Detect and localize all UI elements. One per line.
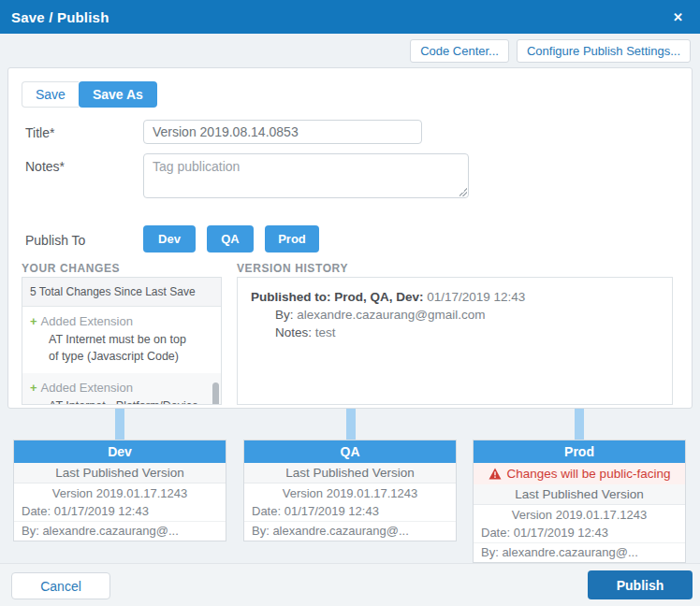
dev-date: Date: 01/17/2019 12:43 [14,502,226,521]
your-changes-list: 5 Total Changes Since Last Save +Added E… [22,277,222,405]
dev-connector-line [115,409,124,440]
added-plus-icon: + [30,314,37,328]
qa-date: Date: 01/17/2019 12:43 [244,502,456,521]
modal-footer: Cancel Publish [0,563,700,606]
prod-by: By: alexandre.cazaurang@... [474,542,685,562]
title-label: Title* [25,125,54,140]
published-to-date: 01/17/2019 12:43 [427,290,525,304]
qa-card-title: QA [244,440,456,463]
notes-input[interactable]: Tag publication [143,153,469,198]
prod-environment-card: Prod Changes will be public-facing Last … [473,440,686,563]
qa-environment-card: QA Last Published Version Version 2019.0… [243,440,457,541]
by-value: alexandre.cazaurang@gmail.com [297,308,485,322]
resize-grip-icon[interactable] [459,188,467,196]
modal-title: Save / Publish [11,9,109,25]
change-action: Added Extension [41,314,133,328]
qa-connector-line [346,409,356,440]
publish-to-label: Publish To [25,233,85,248]
version-history-panel: Published to: Prod, QA, Dev: 01/17/2019 … [237,277,673,405]
publish-dev-button[interactable]: Dev [143,225,196,252]
save-publish-panel: Save Save As Title* Notes* Tag publicati… [7,67,693,409]
cancel-button[interactable]: Cancel [11,572,110,599]
published-by-line: By: alexandre.cazaurang@gmail.com [275,308,659,322]
published-to-label: Published to: Prod, QA, Dev: [251,290,424,304]
changes-scrollbar[interactable] [212,382,219,405]
prod-warning-text: Changes will be public-facing [507,467,671,481]
save-publish-modal: Save / Publish ✕ Code Center... Configur… [0,0,700,606]
change-detail: AT Internet - Platform/Device Alternatel… [49,397,198,405]
change-item: +Added Extension AT Internet must be on … [22,307,221,373]
save-tabs: Save Save As [22,81,157,108]
your-changes-heading: YOUR CHANGES [22,262,120,275]
history-notes-label: Notes: [275,325,312,339]
dev-last-published-label: Last Published Version [14,463,226,483]
code-center-button[interactable]: Code Center... [410,39,509,63]
dev-environment-card: Dev Last Published Version Version 2019.… [13,440,226,541]
close-icon[interactable]: ✕ [667,8,689,26]
added-plus-icon: + [30,381,37,395]
publish-target-buttons: Dev QA Prod [143,225,319,252]
configure-publish-settings-button[interactable]: Configure Publish Settings... [517,39,691,63]
publish-prod-button[interactable]: Prod [265,225,319,252]
tab-save[interactable]: Save [22,81,79,108]
prod-connector-line [575,409,584,440]
warning-triangle-icon [489,468,502,480]
qa-by: By: alexandre.cazaurang@... [244,521,456,541]
publish-qa-button[interactable]: QA [207,225,254,252]
qa-version: Version 2019.01.17.1243 [244,483,456,502]
change-action: Added Extension [41,381,133,395]
prod-card-title: Prod [474,440,685,463]
dev-by: By: alexandre.cazaurang@... [14,521,226,541]
modal-header: Save / Publish ✕ [0,0,700,34]
title-input[interactable] [143,120,422,144]
notes-line: Notes: test [275,325,659,339]
by-label: By: [275,308,294,322]
history-notes-value: test [315,325,336,339]
notes-label: Notes* [25,159,65,174]
version-history-heading: VERSION HISTORY [237,262,348,275]
publish-button[interactable]: Publish [588,570,693,599]
prod-warning-banner: Changes will be public-facing [474,463,685,484]
notes-field-wrap: Tag publication [143,153,469,198]
prod-date: Date: 01/17/2019 12:43 [474,524,685,542]
tab-save-as[interactable]: Save As [79,81,157,108]
published-to-line: Published to: Prod, QA, Dev: 01/17/2019 … [251,290,659,304]
prod-last-published-label: Last Published Version [474,484,685,505]
prod-version: Version 2019.01.17.1243 [474,505,685,524]
change-item: +Added Extension AT Internet - Platform/… [22,373,221,405]
changes-summary: 5 Total Changes Since Last Save [22,278,221,307]
toolbar: Code Center... Configure Publish Setting… [0,34,700,67]
change-detail: AT Internet must be on top of type (Java… [49,331,198,365]
dev-card-title: Dev [14,440,226,463]
dev-version: Version 2019.01.17.1243 [14,483,226,502]
qa-last-published-label: Last Published Version [244,463,456,483]
